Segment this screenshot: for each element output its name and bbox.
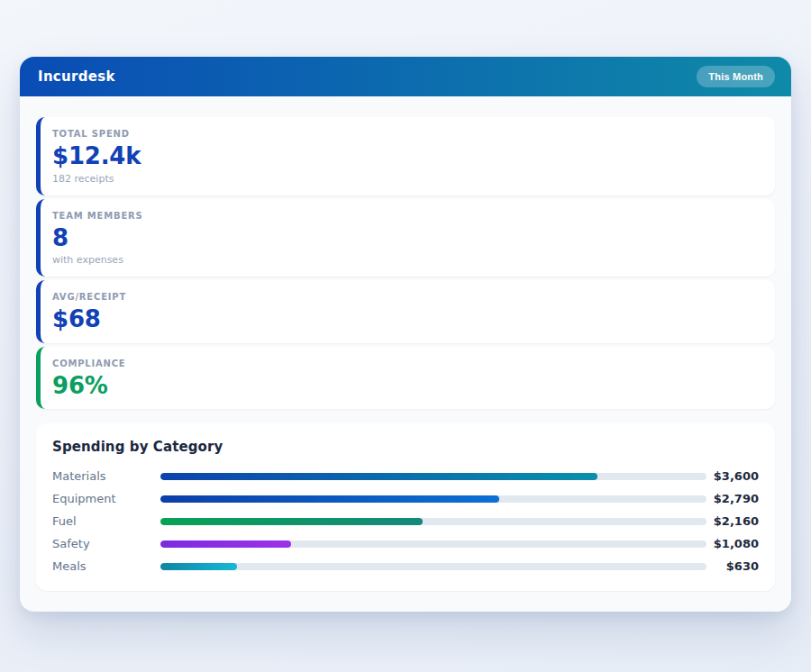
category-label: Materials	[52, 469, 160, 483]
bar-fill-fuel	[160, 518, 423, 525]
bar-fill-safety	[160, 540, 291, 548]
stat-value: 96%	[52, 373, 759, 399]
category-row-meals: Meals $630	[52, 555, 759, 577]
stat-card-total-spend: TOTAL SPEND $12.4k 182 receipts	[36, 117, 775, 195]
stat-value: $12.4k	[52, 143, 759, 169]
stat-card-compliance: COMPLIANCE 96%	[36, 347, 775, 410]
app-header: Incurdesk This Month	[20, 57, 791, 96]
stat-subtext: 182 receipts	[52, 173, 759, 185]
stat-card-team-members: TEAM MEMBERS 8 with expenses	[36, 199, 775, 277]
stat-label: AVG/RECEIPT	[52, 292, 759, 302]
app-title: Incurdesk	[38, 68, 115, 85]
bar-fill-meals	[160, 563, 237, 570]
spending-by-category-panel: Spending by Category Materials $3,600 Eq…	[36, 423, 775, 591]
category-amount: $1,080	[706, 537, 759, 550]
bar-track	[160, 563, 706, 570]
stat-card-avg-receipt: AVG/RECEIPT $68	[36, 280, 775, 343]
bar-track	[160, 473, 706, 480]
stat-label: TEAM MEMBERS	[52, 211, 759, 221]
dashboard-body: TOTAL SPEND $12.4k 182 receipts TEAM MEM…	[20, 96, 791, 612]
stat-label: TOTAL SPEND	[52, 129, 759, 139]
category-row-safety: Safety $1,080	[52, 532, 759, 555]
category-amount: $3,600	[706, 469, 759, 483]
stat-value: $68	[52, 306, 759, 332]
expense-dashboard: Incurdesk This Month TOTAL SPEND $12.4k …	[20, 57, 791, 612]
bar-fill-materials	[160, 473, 597, 480]
category-amount: $630	[706, 559, 759, 573]
stat-subtext: with expenses	[52, 254, 759, 266]
bar-track	[160, 540, 706, 548]
category-label: Fuel	[52, 514, 160, 528]
category-row-materials: Materials $3,600	[52, 465, 759, 487]
bar-track	[160, 495, 706, 503]
bar-track	[160, 518, 706, 525]
category-label: Meals	[52, 559, 160, 573]
category-row-fuel: Fuel $2,160	[52, 510, 759, 532]
category-label: Equipment	[52, 492, 160, 505]
category-amount: $2,160	[706, 514, 759, 528]
category-label: Safety	[52, 537, 160, 550]
bar-fill-equipment	[160, 495, 499, 503]
category-amount: $2,790	[706, 492, 759, 505]
stat-value: 8	[52, 225, 759, 251]
category-row-equipment: Equipment $2,790	[52, 487, 759, 510]
stat-label: COMPLIANCE	[52, 359, 759, 368]
period-badge[interactable]: This Month	[697, 66, 775, 87]
panel-title: Spending by Category	[52, 439, 759, 455]
